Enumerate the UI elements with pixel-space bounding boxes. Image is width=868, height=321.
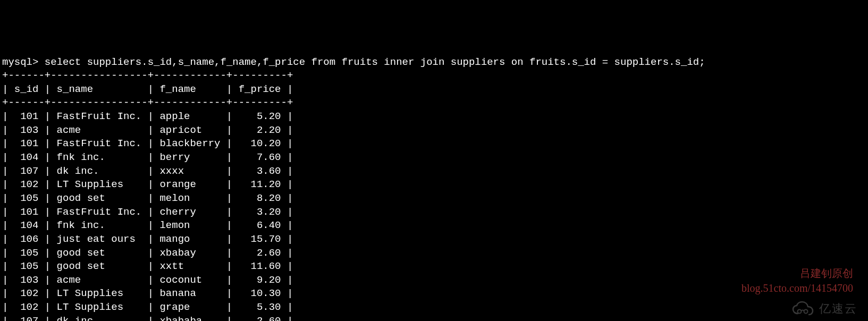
svg-point-0 xyxy=(798,310,802,314)
query-result-table: +------+----------------+------------+--… xyxy=(2,70,293,321)
watermark-logo: 亿速云 xyxy=(791,301,857,317)
mysql-prompt: mysql> xyxy=(2,56,45,68)
cloud-icon xyxy=(791,301,816,317)
sql-query: select suppliers.s_id,s_name,f_name,f_pr… xyxy=(45,56,705,68)
watermark-logo-text: 亿速云 xyxy=(819,301,857,317)
watermark-attribution: 吕建钊原创 blog.51cto.com/14154700 xyxy=(741,266,853,295)
watermark-line2: blog.51cto.com/14154700 xyxy=(741,281,853,295)
svg-point-1 xyxy=(804,310,808,314)
watermark-line1: 吕建钊原创 xyxy=(741,266,853,281)
